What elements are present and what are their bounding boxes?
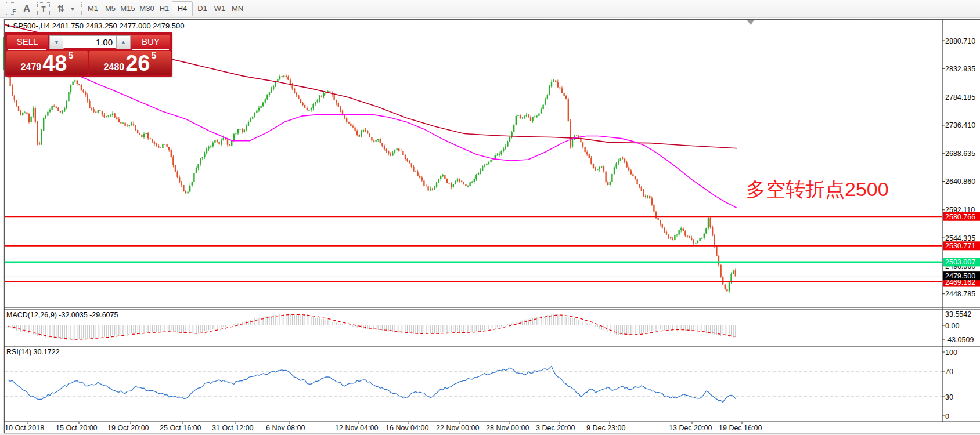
price-tick-label: 2736.410 [945, 121, 975, 129]
volume-down-button[interactable]: ▼ [49, 35, 64, 49]
time-tick-label: 13 Dec 20:00 [669, 424, 712, 432]
text-label-icon[interactable]: T [37, 2, 50, 16]
sell-price-big: 48 [42, 53, 67, 73]
tab-timeframe-M30[interactable]: M30 [137, 1, 157, 16]
sort-arrows-icon[interactable]: ⇅ [55, 2, 67, 15]
rsi-axis-label: 70 [945, 368, 953, 376]
tab-timeframe-MN[interactable]: MN [229, 1, 246, 16]
rsi-label: RSI(14) 30.1722 [6, 348, 60, 356]
rsi-axis-label: 100 [945, 349, 957, 357]
time-tick-label: 31 Oct 12:00 [212, 424, 254, 432]
time-tick-label: 9 Dec 23:00 [586, 424, 625, 432]
tab-timeframe-M15[interactable]: M15 [118, 1, 137, 16]
volume-up-button[interactable]: ▲ [116, 35, 131, 49]
grid-template-icon[interactable]: F [6, 2, 17, 15]
symbol-marker-icon: ▲ [6, 23, 11, 28]
toolbar-separator [81, 2, 82, 15]
time-tick-label: 10 Oct 2018 [5, 424, 44, 432]
time-tick-label: 28 Nov 00:00 [486, 424, 529, 432]
sell-price-sup: 5 [68, 46, 73, 66]
price-level-label-text: 2503.007 [945, 258, 975, 266]
buy-price-button[interactable]: 2480 26 5 [89, 51, 171, 75]
macd-axis-label: 0.00 [945, 322, 959, 330]
font-a-icon[interactable]: A [21, 2, 33, 15]
tab-timeframe-M1[interactable]: M1 [85, 1, 101, 16]
price-tick-label: 2544.335 [945, 234, 975, 242]
time-tick-label: 19 Oct 20:00 [107, 424, 149, 432]
time-tick-label: 12 Nov 04:00 [335, 424, 378, 432]
tab-timeframe-W1[interactable]: W1 [211, 1, 229, 16]
price-tick-label: 2880.710 [945, 37, 975, 45]
time-tick-label: 22 Nov 00:00 [436, 424, 479, 432]
sell-price-small: 2479 [21, 61, 42, 73]
sell-price-button[interactable]: 2479 48 5 [6, 51, 88, 75]
tab-timeframe-D1[interactable]: D1 [194, 1, 211, 16]
time-tick-label: 16 Nov 04:00 [385, 424, 428, 432]
price-tick-label: 2448.785 [945, 290, 975, 298]
price-tick-label: 2688.635 [945, 150, 975, 158]
price-level-label-text: 2479.500 [945, 272, 975, 280]
price-tick-label: 2784.185 [945, 93, 975, 102]
chart-title: ▲ SP500-,H4 2481.750 2483.250 2477.000 2… [6, 21, 185, 30]
tab-timeframe-H1[interactable]: H1 [157, 1, 172, 16]
rsi-axis-label: 30 [945, 393, 953, 401]
price-level-label-text: 2530.771 [945, 242, 975, 250]
macd-axis-label: -43.0509 [945, 336, 974, 344]
time-tick-label: 3 Dec 20:00 [536, 424, 575, 432]
buy-price-sup: 5 [151, 46, 156, 66]
time-tick-label: 15 Oct 20:00 [56, 424, 98, 432]
chevron-down-icon[interactable]: ▾ [69, 2, 77, 15]
buy-price-big: 26 [125, 53, 150, 73]
rsi-axis-label: 0 [945, 412, 949, 420]
sell-button[interactable]: SELL [7, 35, 48, 49]
tab-timeframe-H4[interactable]: H4 [172, 1, 193, 16]
price-level-label-text: 2580.766 [945, 213, 975, 221]
tab-timeframe-M5[interactable]: M5 [102, 1, 118, 16]
price-tick-label: 2640.860 [945, 177, 975, 186]
time-tick-label: 19 Dec 16:00 [719, 424, 762, 432]
time-tick-label: 25 Oct 16:00 [160, 424, 201, 432]
ohlc-values: 2481.750 2483.250 2477.000 2479.500 [52, 21, 185, 30]
price-tick-label: 2832.935 [945, 65, 975, 73]
time-tick-label: 6 Nov 08:00 [266, 424, 305, 432]
buy-price-small: 2480 [104, 61, 125, 73]
macd-axis-label: 33.5542 [945, 310, 971, 318]
toolbar: F A T ⇅ ▾ M1M5M15M30H1H4D1W1MN [0, 0, 980, 18]
chart-annotation: 多空转折点2500 [746, 177, 889, 201]
macd-label: MACD(12,26,9) -32.0035 -29.6075 [6, 311, 118, 319]
trade-panel: SELL ▼ ▲ BUY 2479 48 5 2480 26 5 [5, 32, 172, 77]
symbol-name: SP500-,H4 [13, 21, 51, 30]
